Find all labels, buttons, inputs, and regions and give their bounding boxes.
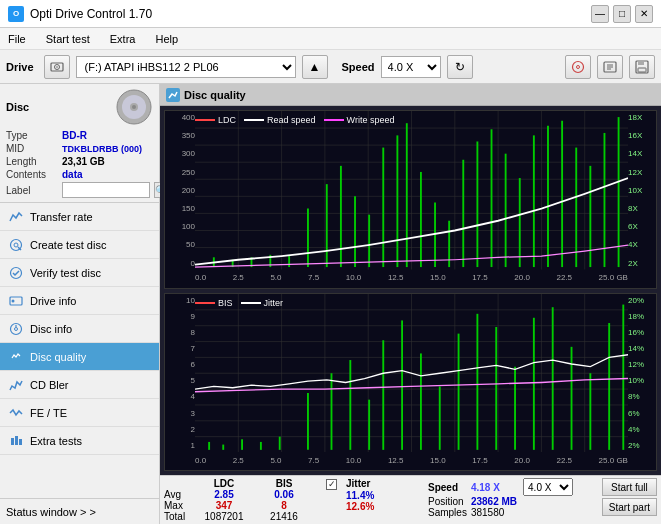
total-label: Total <box>164 511 194 522</box>
jitter-color <box>241 302 261 304</box>
stats-row: LDC BIS Avg 2.85 0.06 Max 347 8 Total <box>164 478 657 522</box>
nav-verify-test-label: Verify test disc <box>30 267 101 279</box>
total-ldc: 1087201 <box>194 511 254 522</box>
window-controls[interactable]: — □ ✕ <box>591 5 653 23</box>
ldc-color <box>195 119 215 121</box>
type-label: Type <box>6 130 58 141</box>
avg-jitter-row: 11.4% <box>326 490 416 501</box>
nav-fe-te-label: FE / TE <box>30 407 67 419</box>
chart-title-bar: Disc quality <box>160 84 661 106</box>
max-jitter-row: 12.6% <box>326 501 416 512</box>
contents-value: data <box>62 169 83 180</box>
position-value: 23862 MB <box>467 496 517 507</box>
nav-list: Transfer rate Create test disc Verify te… <box>0 203 159 498</box>
disc-visual <box>115 88 153 126</box>
svg-point-15 <box>132 105 136 109</box>
maximize-button[interactable]: □ <box>613 5 631 23</box>
nav-cd-bler[interactable]: CD Bler <box>0 371 159 399</box>
svg-point-3 <box>573 61 584 72</box>
ldc-header: LDC <box>194 478 254 489</box>
legend-bis: BIS <box>195 298 233 308</box>
jitter-checkbox[interactable]: ✓ <box>326 479 337 490</box>
chart1-y-axis-right: 18X 16X 14X 12X 10X 8X 6X 4X 2X <box>628 111 656 270</box>
label-input[interactable] <box>62 182 150 198</box>
close-button[interactable]: ✕ <box>635 5 653 23</box>
samples-label: Samples <box>428 507 467 518</box>
drive-icon-btn[interactable] <box>44 55 70 79</box>
speed-select[interactable]: 4.0 X <box>381 56 441 78</box>
drive-select[interactable]: (F:) ATAPI iHBS112 2 PL06 <box>76 56 296 78</box>
nav-drive-info[interactable]: Drive info <box>0 287 159 315</box>
title-bar: O Opti Drive Control 1.70 — □ ✕ <box>0 0 661 28</box>
bis-color <box>195 302 215 304</box>
read-speed-color <box>244 119 264 121</box>
nav-fe-te[interactable]: FE / TE <box>0 399 159 427</box>
svg-rect-27 <box>15 436 18 445</box>
max-bis: 8 <box>254 500 314 511</box>
avg-jitter: 11.4% <box>346 490 416 501</box>
avg-row: Avg 2.85 0.06 <box>164 489 314 500</box>
disc-section: Disc Type BD-R MID TDKBLDRB <box>0 84 159 203</box>
svg-point-23 <box>15 327 18 330</box>
chart1-y-axis-left: 400 350 300 250 200 150 100 50 0 <box>165 111 195 270</box>
settings-btn[interactable] <box>597 55 623 79</box>
max-jitter: 12.6% <box>346 501 416 512</box>
samples-value: 381580 <box>467 507 517 518</box>
disc-info-rows: Type BD-R MID TDKBLDRBB (000) Length 23,… <box>6 130 153 198</box>
nav-verify-test-disc[interactable]: Verify test disc <box>0 259 159 287</box>
save-btn[interactable] <box>629 55 655 79</box>
nav-transfer-rate[interactable]: Transfer rate <box>0 203 159 231</box>
start-part-button[interactable]: Start part <box>602 498 657 516</box>
speed-col-header: Speed <box>428 478 467 496</box>
mid-label: MID <box>6 143 58 154</box>
nav-extra-tests[interactable]: Extra tests <box>0 427 159 455</box>
chart2-y-axis-right: 20% 18% 16% 14% 12% 10% 8% 6% 4% 2% <box>628 294 656 453</box>
nav-disc-info[interactable]: Disc info <box>0 315 159 343</box>
status-window-label: Status window > > <box>6 506 96 518</box>
jitter-table: ✓ Jitter 11.4% 12.6% <box>326 478 416 512</box>
legend-jitter-label: Jitter <box>264 298 284 308</box>
drive-info-icon <box>8 293 24 309</box>
chart-title: Disc quality <box>184 89 246 101</box>
chart1-canvas <box>195 111 628 270</box>
menu-start-test[interactable]: Start test <box>42 31 94 47</box>
eject-btn[interactable]: ▲ <box>302 55 328 79</box>
menu-file[interactable]: File <box>4 31 30 47</box>
position-row: Position 23862 MB <box>428 496 573 507</box>
nav-create-test-disc[interactable]: Create test disc <box>0 231 159 259</box>
mid-row: MID TDKBLDRBB (000) <box>6 143 153 154</box>
speed-dropdown[interactable]: 4.0 X <box>523 478 573 496</box>
svg-point-21 <box>12 299 15 302</box>
minimize-button[interactable]: — <box>591 5 609 23</box>
speed-label: Speed <box>342 61 375 73</box>
max-label: Max <box>164 500 194 511</box>
chart-bis: BIS Jitter 10 9 8 7 6 5 4 3 <box>164 293 657 472</box>
type-row: Type BD-R <box>6 130 153 141</box>
svg-point-17 <box>14 243 18 247</box>
create-test-icon <box>8 237 24 253</box>
status-window-nav[interactable]: Status window > > <box>0 498 159 524</box>
nav-disc-quality[interactable]: Disc quality <box>0 343 159 371</box>
refresh-btn[interactable]: ↻ <box>447 55 473 79</box>
avg-bis: 0.06 <box>254 489 314 500</box>
bottom-stats-container: LDC BIS Avg 2.85 0.06 Max 347 8 Total <box>160 475 661 524</box>
menu-help[interactable]: Help <box>151 31 182 47</box>
chart2-canvas <box>195 294 628 453</box>
legend-ldc-label: LDC <box>218 115 236 125</box>
extra-tests-icon <box>8 433 24 449</box>
type-value: BD-R <box>62 130 87 141</box>
disc-btn[interactable] <box>565 55 591 79</box>
title-bar-left: O Opti Drive Control 1.70 <box>8 6 152 22</box>
menu-extra[interactable]: Extra <box>106 31 140 47</box>
jitter-label: Jitter <box>346 478 416 490</box>
start-full-button[interactable]: Start full <box>602 478 657 496</box>
legend-write-speed: Write speed <box>324 115 395 125</box>
max-ldc: 347 <box>194 500 254 511</box>
svg-point-2 <box>56 66 58 68</box>
disc-quality-icon <box>8 349 24 365</box>
legend-read-speed: Read speed <box>244 115 316 125</box>
svg-rect-10 <box>638 61 644 65</box>
svg-rect-26 <box>11 438 14 445</box>
transfer-rate-icon <box>8 209 24 225</box>
chart1-legend: LDC Read speed Write speed <box>195 115 394 125</box>
